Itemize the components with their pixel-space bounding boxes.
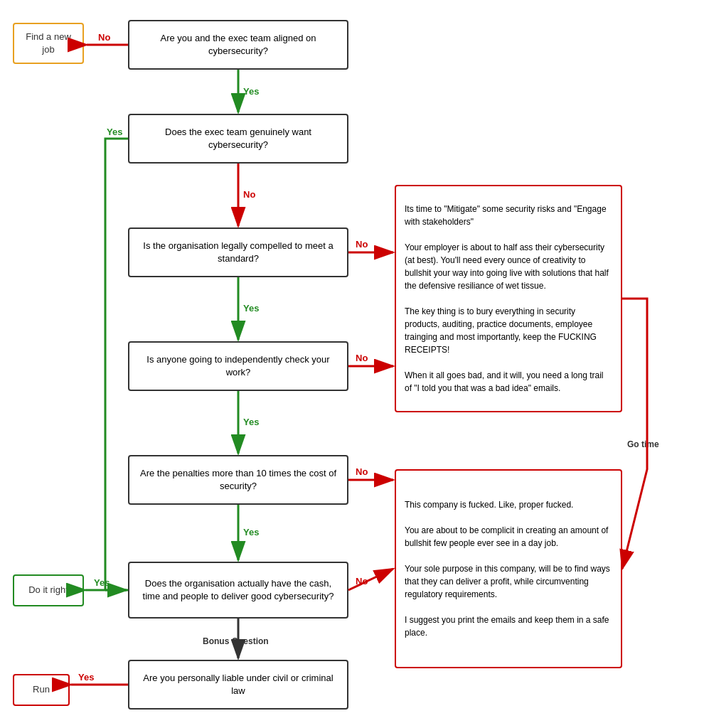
- svg-text:Yes: Yes: [243, 303, 259, 314]
- svg-text:Yes: Yes: [78, 672, 94, 682]
- svg-text:No: No: [98, 32, 110, 43]
- svg-text:Yes: Yes: [107, 127, 122, 137]
- svg-text:Yes: Yes: [94, 577, 110, 588]
- box-mitigate: Its time to "Mitigate" some security ris…: [395, 185, 622, 412]
- box-legally-compelled: Is the organisation legally compelled to…: [128, 228, 348, 277]
- box-run: Run: [13, 674, 70, 706]
- flowchart-container: Are you and the exec team aligned on cyb…: [0, 0, 704, 728]
- box-resources: Does the organisation actually have the …: [128, 562, 348, 619]
- box-penalties: Are the penalties more than 10 times the…: [128, 455, 348, 505]
- go-time-label: Go time: [627, 439, 659, 449]
- svg-text:No: No: [356, 466, 368, 477]
- box-fucked: This company is fucked. Like, proper fuc…: [395, 469, 622, 668]
- bonus-question-label: Bonus Question: [203, 636, 269, 646]
- box-exec-want: Does the exec team genuinely want cybers…: [128, 114, 348, 164]
- svg-line-27: [348, 569, 393, 590]
- box-independent-check: Is anyone going to independently check y…: [128, 341, 348, 391]
- box-find-job: Find a new job: [13, 23, 84, 64]
- svg-text:No: No: [356, 353, 368, 363]
- svg-text:No: No: [243, 189, 255, 200]
- svg-text:No: No: [356, 239, 368, 250]
- svg-text:Yes: Yes: [243, 527, 259, 537]
- svg-text:No: No: [356, 576, 368, 587]
- box-personal-liable: Are you personally liable under civil or…: [128, 660, 348, 710]
- svg-text:Yes: Yes: [243, 86, 259, 97]
- svg-text:Yes: Yes: [243, 417, 259, 427]
- box-do-right: Do it right: [13, 574, 84, 606]
- box-aligned: Are you and the exec team aligned on cyb…: [128, 20, 348, 70]
